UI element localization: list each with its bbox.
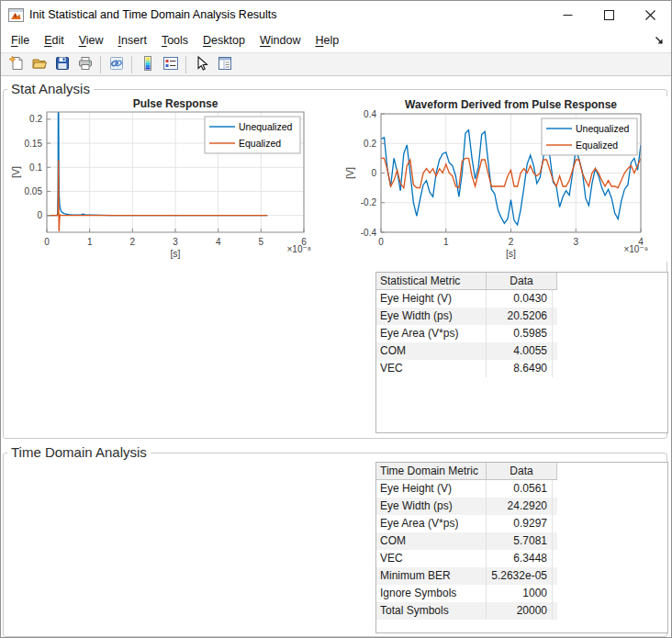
table-row[interactable]: COM5.7081 — [376, 532, 557, 550]
table-row[interactable]: VEC8.6490 — [376, 360, 557, 377]
property-inspector-icon — [217, 55, 233, 74]
svg-text:0.2: 0.2 — [364, 139, 376, 149]
link-plot-button[interactable] — [105, 54, 128, 74]
table-row[interactable]: COM4.0055 — [376, 342, 557, 360]
window-controls — [547, 1, 671, 28]
svg-text:4: 4 — [216, 237, 221, 247]
svg-text:[s]: [s] — [506, 248, 516, 259]
metric-name-cell: VEC — [376, 550, 487, 567]
svg-text:0.2: 0.2 — [29, 114, 42, 124]
insert-legend-button[interactable] — [159, 54, 182, 74]
metric-name-cell: Minimum BER — [376, 567, 487, 585]
menu-bar: FileEditViewInsertToolsDesktopWindowHelp — [1, 28, 671, 52]
print-figure-icon — [77, 55, 94, 74]
open-file-button[interactable] — [28, 54, 50, 74]
new-figure-icon — [8, 55, 25, 74]
svg-text:0: 0 — [44, 237, 50, 247]
data-column-header[interactable]: Data — [487, 273, 557, 289]
svg-text:×10⁻⁸: ×10⁻⁸ — [287, 244, 311, 254]
print-figure-button[interactable] — [73, 54, 96, 74]
table-row[interactable]: Minimum BER5.2632e-05 — [376, 567, 557, 585]
svg-text:0.15: 0.15 — [25, 139, 43, 149]
menu-view[interactable]: View — [72, 30, 111, 50]
table-row[interactable]: Eye Area (V*ps)0.9297 — [376, 515, 557, 532]
svg-text:0: 0 — [37, 210, 42, 220]
table-row[interactable]: Eye Width (ps)20.5206 — [376, 308, 557, 325]
menu-edit[interactable]: Edit — [37, 30, 72, 50]
stat-analysis-panel-title: Stat Analysis — [7, 82, 94, 96]
matlab-app-icon — [8, 8, 24, 22]
metric-value-cell: 0.0561 — [487, 480, 553, 498]
new-figure-button[interactable] — [5, 54, 28, 74]
svg-text:0.05: 0.05 — [25, 186, 43, 196]
insert-colorbar-icon — [140, 55, 156, 74]
metric-column-header[interactable]: Statistical Metric — [376, 273, 487, 289]
time-domain-analysis-panel-title: Time Domain Analysis — [7, 445, 151, 460]
table-row[interactable]: Eye Height (V)0.0561 — [376, 480, 557, 498]
svg-text:5: 5 — [259, 237, 264, 247]
metric-value-cell: 5.2632e-05 — [487, 567, 553, 585]
svg-text:1: 1 — [87, 237, 93, 247]
table-row[interactable]: VEC6.3448 — [376, 550, 557, 567]
svg-text:Pulse Response: Pulse Response — [133, 97, 218, 110]
insert-legend-icon — [162, 55, 179, 74]
pulse-response-plot[interactable]: 012345600.050.10.150.2Pulse Response[V][… — [8, 96, 331, 262]
save-figure-button[interactable] — [50, 54, 73, 74]
menu-help[interactable]: Help — [308, 30, 346, 50]
title-bar: Init Statistical and Time Domain Analysi… — [1, 1, 671, 28]
metric-value-cell: 0.5985 — [487, 325, 553, 342]
save-figure-icon — [54, 55, 71, 74]
svg-text:×10⁻⁹: ×10⁻⁹ — [623, 244, 648, 254]
menu-window[interactable]: Window — [252, 30, 308, 50]
dock-figure-icon[interactable] — [655, 36, 665, 46]
window-title: Init Statistical and Time Domain Analysi… — [29, 8, 277, 21]
table-row[interactable]: Eye Area (V*ps)0.5985 — [376, 325, 557, 342]
metric-value-cell: 8.6490 — [487, 360, 553, 377]
edit-plot-icon — [194, 55, 210, 74]
maximize-button[interactable] — [588, 1, 630, 28]
svg-text:3: 3 — [573, 237, 578, 247]
metric-name-cell: Ignore Symbols — [376, 585, 487, 602]
minimize-button[interactable] — [547, 1, 588, 28]
svg-text:3: 3 — [173, 237, 178, 247]
figure-canvas: Stat Analysis Time Domain Analysis 01234… — [1, 76, 671, 637]
metric-column-header[interactable]: Time Domain Metric — [376, 463, 487, 479]
menu-desktop[interactable]: Desktop — [196, 30, 252, 50]
svg-text:2: 2 — [509, 237, 514, 247]
close-button[interactable] — [630, 1, 671, 28]
property-inspector-button[interactable] — [213, 54, 236, 74]
metric-value-cell: 20.5206 — [487, 308, 553, 325]
metric-name-cell: Eye Area (V*ps) — [376, 325, 487, 342]
svg-text:[V]: [V] — [344, 167, 355, 179]
table-row[interactable]: Ignore Symbols1000 — [376, 585, 557, 602]
svg-text:Equalized: Equalized — [239, 138, 281, 149]
metric-value-cell: 24.2920 — [487, 498, 553, 515]
data-column-header[interactable]: Data — [487, 463, 557, 479]
matlab-figure-window: Init Statistical and Time Domain Analysi… — [0, 0, 672, 638]
svg-text:Equalized: Equalized — [576, 140, 618, 151]
table-row[interactable]: Eye Height (V)0.0430 — [376, 290, 557, 308]
time-domain-metric-table[interactable]: Time Domain MetricDataEye Height (V)0.05… — [375, 462, 668, 633]
metric-name-cell: Eye Height (V) — [376, 290, 487, 308]
svg-text:2: 2 — [130, 237, 136, 247]
edit-plot-button[interactable] — [190, 54, 213, 74]
menu-insert[interactable]: Insert — [111, 30, 154, 50]
toolbar-separator — [100, 56, 101, 73]
metric-value-cell: 20000 — [487, 602, 553, 620]
insert-colorbar-button[interactable] — [136, 54, 159, 74]
metric-value-cell: 4.0055 — [487, 342, 553, 360]
metric-value-cell: 6.3448 — [487, 550, 553, 567]
waveform-plot[interactable]: 01234-0.4-0.200.20.4Waveform Derived fro… — [342, 96, 669, 262]
metric-name-cell: Eye Height (V) — [376, 480, 487, 498]
menu-tools[interactable]: Tools — [154, 30, 196, 50]
menu-file[interactable]: File — [4, 30, 37, 50]
statistical-metric-table[interactable]: Statistical MetricDataEye Height (V)0.04… — [375, 272, 668, 433]
table-row[interactable]: Total Symbols20000 — [376, 602, 557, 620]
table-row[interactable]: Eye Width (ps)24.2920 — [376, 498, 557, 515]
svg-text:Unequalized: Unequalized — [239, 121, 293, 132]
svg-text:[s]: [s] — [170, 248, 180, 259]
svg-text:-0.4: -0.4 — [361, 228, 377, 238]
metric-value-cell: 0.9297 — [487, 515, 553, 532]
metric-name-cell: COM — [376, 532, 487, 550]
metric-name-cell: VEC — [376, 360, 487, 377]
